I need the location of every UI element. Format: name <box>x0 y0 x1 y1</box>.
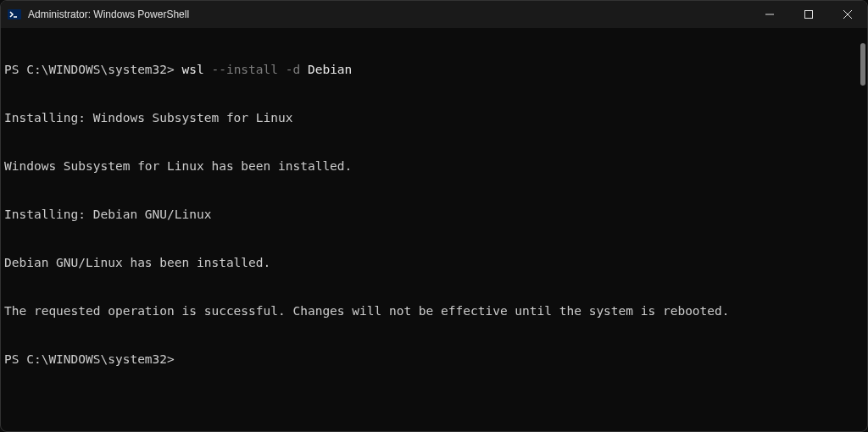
command-flag: --install -d <box>204 63 301 76</box>
close-icon <box>843 10 852 19</box>
prompt-text: PS C:\WINDOWS\system32> <box>4 63 182 76</box>
maximize-button[interactable] <box>789 1 828 28</box>
terminal-line: PS C:\WINDOWS\system32> wsl --install -d… <box>4 62 864 78</box>
scrollbar-thumb[interactable] <box>860 43 865 86</box>
maximize-icon <box>804 10 813 19</box>
terminal-line: Installing: Windows Subsystem for Linux <box>4 110 864 126</box>
command-wsl: wsl <box>182 63 204 76</box>
close-button[interactable] <box>828 1 867 28</box>
terminal-line: PS C:\WINDOWS\system32> <box>4 352 864 368</box>
terminal-line: Installing: Debian GNU/Linux <box>4 207 864 223</box>
terminal-line: Debian GNU/Linux has been installed. <box>4 255 864 271</box>
command-arg: Debian <box>300 63 352 76</box>
window-titlebar[interactable]: Administrator: Windows PowerShell <box>1 1 867 28</box>
terminal-line: Windows Subsystem for Linux has been ins… <box>4 158 864 174</box>
svg-rect-3 <box>805 11 813 19</box>
svg-rect-0 <box>8 9 21 19</box>
window-title: Administrator: Windows PowerShell <box>28 8 189 20</box>
terminal-output-area[interactable]: PS C:\WINDOWS\system32> wsl --install -d… <box>1 28 867 432</box>
powershell-icon <box>8 8 21 21</box>
minimize-button[interactable] <box>750 1 789 28</box>
prompt-text: PS C:\WINDOWS\system32> <box>4 352 175 366</box>
terminal-line: The requested operation is successful. C… <box>4 303 864 319</box>
minimize-icon <box>765 10 774 19</box>
